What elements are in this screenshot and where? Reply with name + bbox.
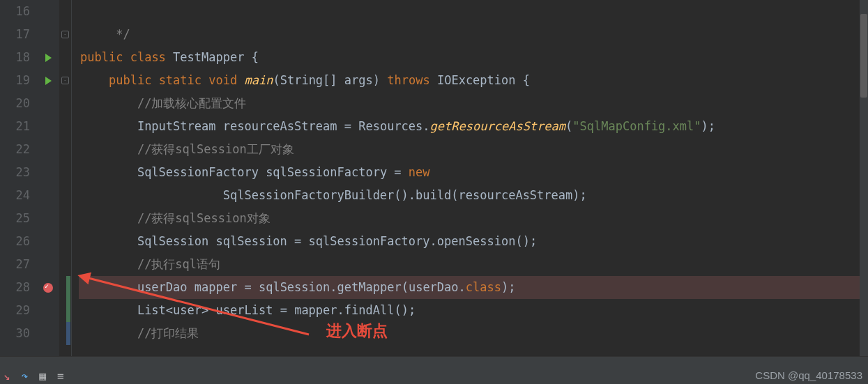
code-line: public static void main(String[] args) t…: [79, 69, 868, 92]
line-number: 17: [0, 23, 30, 46]
line-number: 20: [0, 92, 30, 115]
calculator-icon[interactable]: ▦: [39, 369, 46, 384]
line-number: 21: [0, 115, 30, 138]
line-number: 18: [0, 46, 30, 69]
breakpoint-icon[interactable]: [43, 283, 53, 293]
code-line: SqlSession sqlSession = sqlSessionFactor…: [79, 230, 868, 253]
scrollbar-thumb[interactable]: [860, 14, 867, 98]
code-line: */: [79, 23, 868, 46]
fold-collapse-icon[interactable]: -: [61, 31, 69, 38]
code-editor[interactable]: 16 17 18 19 20 21 22 23 24 25 26 27 28 2…: [0, 0, 868, 384]
gutter-icons: [37, 0, 59, 384]
fold-collapse-icon[interactable]: -: [61, 77, 69, 84]
code-line: //加载核心配置文件: [79, 92, 868, 115]
code-line-breakpoint: userDao mapper = sqlSession.getMapper(us…: [79, 276, 868, 299]
vcs-change-marker: [66, 322, 70, 345]
annotation-label: 进入断点: [326, 321, 388, 341]
scrollbar-track[interactable]: [860, 0, 868, 384]
code-line: [79, 0, 868, 23]
line-number: 29: [0, 299, 30, 322]
line-number-gutter: 16 17 18 19 20 21 22 23 24 25 26 27 28 2…: [0, 0, 37, 384]
line-number: 24: [0, 184, 30, 207]
code-line: //获得sqlSession工厂对象: [79, 138, 868, 161]
code-line: //打印结果: [79, 322, 868, 345]
run-icon[interactable]: [45, 54, 52, 62]
code-line: SqlSessionFactoryBuilder().build(resourc…: [79, 184, 868, 207]
code-line: //获得sqlSession对象: [79, 207, 868, 230]
line-number: 28: [0, 276, 30, 299]
line-number: 19: [0, 69, 30, 92]
code-line: SqlSessionFactory sqlSessionFactory = ne…: [79, 161, 868, 184]
code-line: List<user> userList = mapper.findAll();: [79, 299, 868, 322]
step-over-icon[interactable]: ↷: [22, 369, 29, 384]
code-area[interactable]: */ public class TestMapper { public stat…: [79, 0, 868, 384]
vcs-change-marker: [66, 276, 70, 322]
line-number: 23: [0, 161, 30, 184]
line-number: 22: [0, 138, 30, 161]
step-into-icon[interactable]: ↘: [3, 369, 10, 384]
run-icon[interactable]: [45, 77, 52, 85]
bottom-toolbar: ↘ ↷ ▦ ≡: [0, 356, 868, 384]
code-line: //执行sql语句: [79, 253, 868, 276]
watermark: CSDN @qq_40178533: [755, 369, 862, 381]
line-number: 25: [0, 207, 30, 230]
code-line: InputStream resourceAsStream = Resources…: [79, 115, 868, 138]
code-line: public class TestMapper {: [79, 46, 868, 69]
line-number: 30: [0, 322, 30, 345]
list-icon[interactable]: ≡: [57, 369, 64, 384]
line-number: 26: [0, 230, 30, 253]
line-number: 16: [0, 0, 30, 23]
line-number: 27: [0, 253, 30, 276]
